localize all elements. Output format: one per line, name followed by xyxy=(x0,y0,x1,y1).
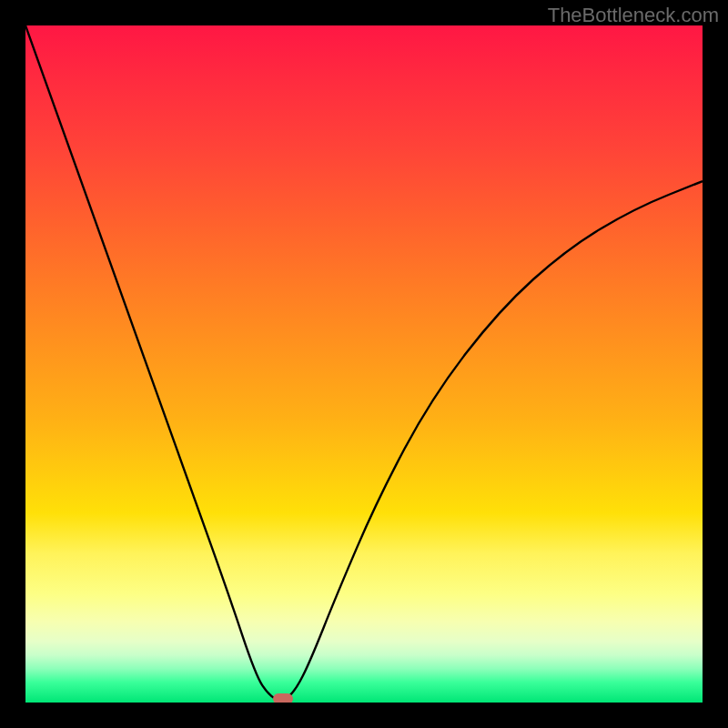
chart-plot-area xyxy=(25,25,703,703)
bottleneck-curve xyxy=(25,25,703,703)
watermark-label: TheBottleneck.com xyxy=(548,4,719,27)
minimum-marker xyxy=(273,693,293,703)
